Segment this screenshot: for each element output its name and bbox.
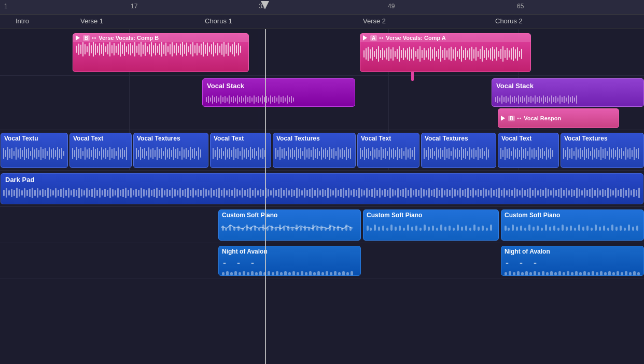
svg-rect-94 <box>393 47 394 61</box>
svg-rect-917 <box>625 271 627 276</box>
svg-rect-95 <box>395 51 396 57</box>
svg-rect-521 <box>21 190 23 195</box>
clip-vocal-response[interactable]: B •• Vocal Respon <box>498 108 619 128</box>
svg-rect-314 <box>171 150 172 157</box>
svg-rect-864 <box>255 272 258 275</box>
svg-rect-899 <box>550 271 553 276</box>
svg-rect-104 <box>413 47 414 61</box>
svg-rect-156 <box>521 49 522 59</box>
svg-rect-727 <box>555 190 557 196</box>
svg-rect-473 <box>546 147 547 160</box>
svg-rect-650 <box>356 190 357 196</box>
clip-vocal-texture-8[interactable]: Vocal Text <box>498 133 559 168</box>
svg-rect-173 <box>239 97 240 102</box>
svg-rect-542 <box>76 190 77 196</box>
clip-vocal-texture-4[interactable]: Vocal Text <box>210 133 271 168</box>
svg-rect-441 <box>469 147 470 160</box>
svg-rect-224 <box>545 97 546 102</box>
svg-rect-888 <box>505 272 507 275</box>
svg-rect-524 <box>29 189 31 197</box>
svg-rect-620 <box>278 189 279 197</box>
svg-rect-505 <box>621 148 622 159</box>
clip-vocal-response-title: Vocal Respon <box>524 115 561 121</box>
svg-rect-284 <box>101 147 102 160</box>
night-avalon-1-title: Night of Avalon <box>219 246 360 257</box>
svg-rect-638 <box>325 190 326 196</box>
clip-dark-pad[interactable]: Dark Pad // We'll inline repeating bars <box>1 173 643 204</box>
svg-rect-426 <box>438 149 439 158</box>
svg-rect-157 <box>206 97 207 102</box>
svg-rect-410 <box>397 147 398 160</box>
clip-soft-piano-2[interactable]: Custom Soft Piano <box>363 209 499 241</box>
svg-rect-815 <box>461 227 463 231</box>
svg-rect-472 <box>544 151 545 156</box>
svg-rect-640 <box>330 189 331 197</box>
svg-rect-285 <box>103 149 104 158</box>
svg-rect-67 <box>215 45 216 53</box>
svg-rect-724 <box>548 189 549 197</box>
clip-vocal-texture-6[interactable]: Vocal Text <box>357 133 419 168</box>
svg-rect-467 <box>534 148 535 159</box>
svg-rect-361 <box>288 147 289 160</box>
clip-vocal-texture-3[interactable]: Vocal Textures <box>133 133 208 168</box>
clip-vocal-texture-9[interactable]: Vocal Textures <box>561 133 644 168</box>
clip-vocal-stack-1[interactable]: Vocal Stack <box>202 78 355 107</box>
svg-rect-598 <box>221 190 222 196</box>
svg-rect-582 <box>179 188 181 198</box>
svg-rect-306 <box>155 150 156 157</box>
svg-rect-154 <box>517 47 518 61</box>
svg-rect-401 <box>379 150 380 157</box>
svg-rect-849 <box>611 225 613 231</box>
clip-vocal-texture-1[interactable]: Vocal Textu <box>1 133 68 168</box>
svg-rect-442 <box>471 149 472 158</box>
svg-rect-312 <box>167 149 168 158</box>
svg-rect-901 <box>558 271 561 276</box>
svg-rect-722 <box>542 190 544 196</box>
soft-piano-1-wave <box>221 220 356 235</box>
svg-rect-38 <box>155 43 156 55</box>
dots-icon: •• <box>92 35 96 41</box>
svg-rect-324 <box>192 149 193 158</box>
clip-soft-piano-1[interactable]: Custom Soft Piano <box>218 209 361 241</box>
svg-rect-813 <box>453 228 455 231</box>
svg-rect-307 <box>157 147 158 160</box>
svg-rect-186 <box>266 96 267 103</box>
svg-rect-806 <box>424 225 426 231</box>
svg-rect-553 <box>104 189 106 197</box>
svg-rect-48 <box>176 43 177 55</box>
svg-rect-5 <box>87 46 88 52</box>
svg-rect-346 <box>248 150 249 157</box>
svg-rect-223 <box>543 95 544 104</box>
svg-rect-8 <box>93 42 94 57</box>
svg-rect-547 <box>89 190 90 196</box>
clip-night-avalon-1[interactable]: Night of Avalon - - - <box>218 246 361 276</box>
svg-rect-183 <box>260 97 261 102</box>
clip-verse-vocals-b[interactable]: B •• Verse Vocals: Comp B <box>73 33 249 72</box>
svg-rect-709 <box>509 189 510 197</box>
svg-rect-70 <box>221 44 222 55</box>
svg-rect-190 <box>274 96 275 103</box>
clip-vocal-texture-5[interactable]: Vocal Textures <box>273 133 356 168</box>
svg-rect-728 <box>558 189 559 197</box>
svg-rect-829 <box>528 225 530 231</box>
svg-rect-255 <box>34 149 35 158</box>
dots-icon-vr: •• <box>517 116 522 121</box>
svg-rect-886 <box>346 272 349 275</box>
svg-rect-710 <box>511 190 513 196</box>
svg-rect-881 <box>326 271 328 276</box>
svg-rect-893 <box>525 271 528 276</box>
clip-vocal-texture-7[interactable]: Vocal Textures <box>421 133 496 168</box>
svg-rect-2 <box>80 45 81 54</box>
clip-vocal-texture-2[interactable]: Vocal Text <box>69 133 132 168</box>
svg-rect-439 <box>465 148 466 159</box>
clip-verse-vocals-a[interactable]: A •• Verse Vocals: Comp A <box>360 33 531 72</box>
clip-vocal-stack-2[interactable]: Vocal Stack <box>492 78 644 107</box>
svg-rect-905 <box>575 271 578 276</box>
svg-rect-25 <box>128 44 129 54</box>
svg-rect-807 <box>428 227 430 231</box>
svg-rect-204 <box>503 97 505 102</box>
clip-night-avalon-2[interactable]: Night of Avalon - - - <box>501 246 644 276</box>
svg-rect-522 <box>24 188 25 198</box>
svg-rect-910 <box>596 272 598 275</box>
clip-soft-piano-3[interactable]: Custom Soft Piano <box>501 209 644 241</box>
